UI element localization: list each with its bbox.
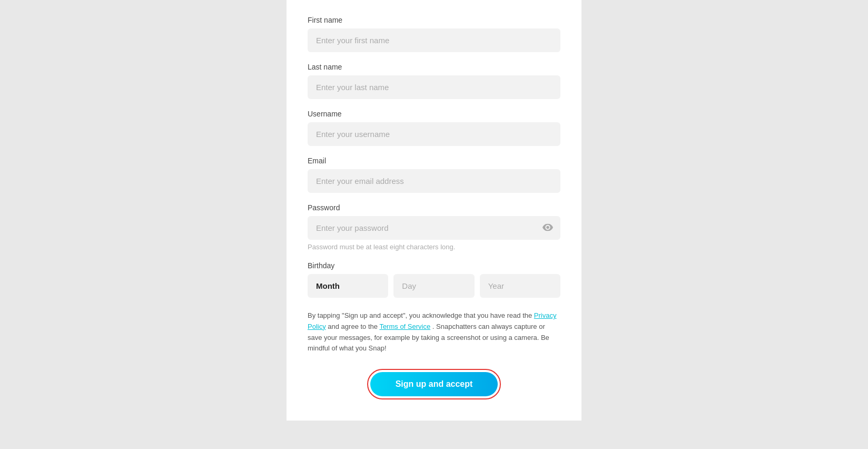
birthday-group: Birthday Month January February March Ap…: [308, 261, 560, 298]
birthday-month-select[interactable]: Month January February March April May J…: [308, 274, 388, 298]
birthday-day-select[interactable]: Day: [393, 274, 474, 298]
page-wrapper: First name Last name Username Email Pass…: [0, 0, 868, 449]
eye-icon[interactable]: [542, 222, 553, 233]
first-name-label: First name: [308, 16, 560, 24]
signup-button-wrapper: Sign up and accept: [308, 369, 560, 399]
password-wrapper: [308, 216, 560, 240]
terms-middle: and agree to the: [328, 323, 379, 330]
birthday-label: Birthday: [308, 261, 560, 270]
password-label: Password: [308, 203, 560, 212]
terms-text: By tapping "Sign up and accept", you ack…: [308, 310, 560, 354]
signup-button[interactable]: Sign up and accept: [370, 372, 498, 396]
email-input[interactable]: [308, 169, 560, 193]
email-label: Email: [308, 157, 560, 165]
signup-button-outer: Sign up and accept: [367, 369, 501, 399]
first-name-input[interactable]: [308, 28, 560, 52]
password-group: Password Password must be at least eight…: [308, 203, 560, 251]
last-name-input[interactable]: [308, 75, 560, 99]
password-input[interactable]: [308, 216, 560, 240]
last-name-group: Last name: [308, 63, 560, 99]
password-hint: Password must be at least eight characte…: [308, 243, 560, 251]
email-group: Email: [308, 157, 560, 193]
birthday-year-select[interactable]: Year: [480, 274, 560, 298]
first-name-group: First name: [308, 16, 560, 52]
terms-of-service-link[interactable]: Terms of Service: [379, 323, 430, 330]
terms-before: By tapping "Sign up and accept", you ack…: [308, 311, 534, 319]
username-group: Username: [308, 110, 560, 146]
last-name-label: Last name: [308, 63, 560, 71]
username-input[interactable]: [308, 122, 560, 146]
username-label: Username: [308, 110, 560, 118]
form-container: First name Last name Username Email Pass…: [287, 0, 581, 421]
birthday-row: Month January February March April May J…: [308, 274, 560, 298]
